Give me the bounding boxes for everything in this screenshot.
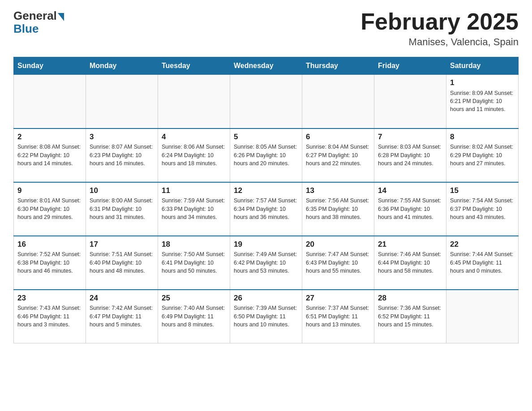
calendar-day-cell: 16Sunrise: 7:52 AM Sunset: 6:38 PM Dayli… [14,236,86,290]
day-info: Sunrise: 8:04 AM Sunset: 6:27 PM Dayligh… [306,143,370,167]
day-number: 7 [378,132,442,142]
day-number: 8 [450,132,515,142]
calendar-day-cell: 24Sunrise: 7:42 AM Sunset: 6:47 PM Dayli… [86,290,158,343]
calendar-header-row: SundayMondayTuesdayWednesdayThursdayFrid… [14,57,519,75]
day-number: 15 [450,185,515,196]
calendar-day-cell: 26Sunrise: 7:39 AM Sunset: 6:50 PM Dayli… [230,290,302,343]
calendar-day-cell: 27Sunrise: 7:37 AM Sunset: 6:51 PM Dayli… [302,290,374,343]
day-number: 25 [162,293,226,304]
calendar-day-cell: 15Sunrise: 7:54 AM Sunset: 6:37 PM Dayli… [446,182,519,236]
calendar-day-cell: 7Sunrise: 8:03 AM Sunset: 6:28 PM Daylig… [374,128,446,182]
day-number: 28 [378,293,442,304]
calendar-day-cell: 20Sunrise: 7:47 AM Sunset: 6:43 PM Dayli… [302,236,374,290]
day-info: Sunrise: 7:36 AM Sunset: 6:52 PM Dayligh… [378,304,442,328]
day-number: 24 [90,293,154,304]
day-info: Sunrise: 8:06 AM Sunset: 6:24 PM Dayligh… [162,143,226,167]
day-number: 20 [306,239,370,250]
day-info: Sunrise: 7:40 AM Sunset: 6:49 PM Dayligh… [162,304,226,328]
day-number: 5 [234,132,298,142]
day-number: 18 [162,239,226,250]
page-header: General Blue February 2025 Manises, Vale… [13,9,519,48]
day-info: Sunrise: 7:42 AM Sunset: 6:47 PM Dayligh… [90,304,154,328]
calendar-day-cell: 23Sunrise: 7:43 AM Sunset: 6:46 PM Dayli… [14,290,86,343]
calendar-week-row: 9Sunrise: 8:01 AM Sunset: 6:30 PM Daylig… [14,182,519,236]
day-info: Sunrise: 8:02 AM Sunset: 6:29 PM Dayligh… [450,143,515,167]
day-number: 10 [90,185,154,196]
day-of-week-header: Saturday [446,57,519,75]
day-info: Sunrise: 8:08 AM Sunset: 6:22 PM Dayligh… [17,143,82,167]
calendar-week-row: 2Sunrise: 8:08 AM Sunset: 6:22 PM Daylig… [14,128,519,182]
calendar-day-cell: 25Sunrise: 7:40 AM Sunset: 6:49 PM Dayli… [158,290,230,343]
day-number: 12 [234,185,298,196]
calendar-week-row: 1Sunrise: 8:09 AM Sunset: 6:21 PM Daylig… [14,75,519,128]
day-info: Sunrise: 7:50 AM Sunset: 6:41 PM Dayligh… [162,250,226,274]
day-info: Sunrise: 7:55 AM Sunset: 6:36 PM Dayligh… [378,197,442,221]
day-number: 21 [378,239,442,250]
calendar-day-cell: 6Sunrise: 8:04 AM Sunset: 6:27 PM Daylig… [302,128,374,182]
day-number: 13 [306,185,370,196]
day-info: Sunrise: 8:07 AM Sunset: 6:23 PM Dayligh… [90,143,154,167]
day-info: Sunrise: 8:09 AM Sunset: 6:21 PM Dayligh… [450,89,515,113]
day-number: 2 [17,132,82,142]
day-info: Sunrise: 7:49 AM Sunset: 6:42 PM Dayligh… [234,250,298,274]
logo-arrow-icon [58,13,64,21]
calendar-week-row: 23Sunrise: 7:43 AM Sunset: 6:46 PM Dayli… [14,290,519,343]
calendar-day-cell: 8Sunrise: 8:02 AM Sunset: 6:29 PM Daylig… [446,128,519,182]
logo: General Blue [13,9,64,36]
day-info: Sunrise: 7:54 AM Sunset: 6:37 PM Dayligh… [450,197,515,221]
calendar-day-cell: 9Sunrise: 8:01 AM Sunset: 6:30 PM Daylig… [14,182,86,236]
day-number: 22 [450,239,515,250]
day-number: 11 [162,185,226,196]
day-number: 19 [234,239,298,250]
calendar-day-cell: 13Sunrise: 7:56 AM Sunset: 6:35 PM Dayli… [302,182,374,236]
calendar-day-cell: 11Sunrise: 7:59 AM Sunset: 6:33 PM Dayli… [158,182,230,236]
calendar-day-cell [374,75,446,128]
calendar-day-cell: 3Sunrise: 8:07 AM Sunset: 6:23 PM Daylig… [86,128,158,182]
calendar-day-cell: 19Sunrise: 7:49 AM Sunset: 6:42 PM Dayli… [230,236,302,290]
location-text: Manises, Valencia, Spain [360,36,519,48]
calendar-day-cell [14,75,86,128]
calendar-day-cell [86,75,158,128]
calendar-day-cell: 22Sunrise: 7:44 AM Sunset: 6:45 PM Dayli… [446,236,519,290]
calendar-day-cell: 17Sunrise: 7:51 AM Sunset: 6:40 PM Dayli… [86,236,158,290]
day-of-week-header: Sunday [14,57,86,75]
month-title: February 2025 [360,9,519,34]
day-info: Sunrise: 7:59 AM Sunset: 6:33 PM Dayligh… [162,197,226,221]
calendar-day-cell [446,290,519,343]
calendar-day-cell: 10Sunrise: 8:00 AM Sunset: 6:31 PM Dayli… [86,182,158,236]
day-info: Sunrise: 7:37 AM Sunset: 6:51 PM Dayligh… [306,304,370,328]
day-of-week-header: Monday [86,57,158,75]
day-number: 9 [17,185,82,196]
calendar-day-cell: 14Sunrise: 7:55 AM Sunset: 6:36 PM Dayli… [374,182,446,236]
title-block: February 2025 Manises, Valencia, Spain [360,9,519,48]
day-info: Sunrise: 7:51 AM Sunset: 6:40 PM Dayligh… [90,250,154,274]
calendar-day-cell: 4Sunrise: 8:06 AM Sunset: 6:24 PM Daylig… [158,128,230,182]
calendar-day-cell: 28Sunrise: 7:36 AM Sunset: 6:52 PM Dayli… [374,290,446,343]
calendar-day-cell: 18Sunrise: 7:50 AM Sunset: 6:41 PM Dayli… [158,236,230,290]
day-info: Sunrise: 7:43 AM Sunset: 6:46 PM Dayligh… [17,304,82,328]
day-number: 6 [306,132,370,142]
day-info: Sunrise: 7:57 AM Sunset: 6:34 PM Dayligh… [234,197,298,221]
day-number: 27 [306,293,370,304]
calendar-day-cell: 12Sunrise: 7:57 AM Sunset: 6:34 PM Dayli… [230,182,302,236]
logo-general-text: General [13,9,57,23]
day-info: Sunrise: 7:44 AM Sunset: 6:45 PM Dayligh… [450,250,515,274]
day-number: 4 [162,132,226,142]
day-info: Sunrise: 7:56 AM Sunset: 6:35 PM Dayligh… [306,197,370,221]
logo-blue-text: Blue [13,22,39,36]
calendar-day-cell [302,75,374,128]
day-number: 17 [90,239,154,250]
day-of-week-header: Thursday [302,57,374,75]
day-number: 26 [234,293,298,304]
calendar-day-cell: 5Sunrise: 8:05 AM Sunset: 6:26 PM Daylig… [230,128,302,182]
day-info: Sunrise: 8:03 AM Sunset: 6:28 PM Dayligh… [378,143,442,167]
calendar-day-cell [230,75,302,128]
day-number: 14 [378,185,442,196]
day-info: Sunrise: 7:47 AM Sunset: 6:43 PM Dayligh… [306,250,370,274]
day-info: Sunrise: 8:01 AM Sunset: 6:30 PM Dayligh… [17,197,82,221]
day-info: Sunrise: 7:52 AM Sunset: 6:38 PM Dayligh… [17,250,82,274]
day-info: Sunrise: 7:46 AM Sunset: 6:44 PM Dayligh… [378,250,442,274]
calendar-day-cell: 1Sunrise: 8:09 AM Sunset: 6:21 PM Daylig… [446,75,519,128]
day-number: 1 [450,77,515,88]
day-number: 23 [17,293,82,304]
